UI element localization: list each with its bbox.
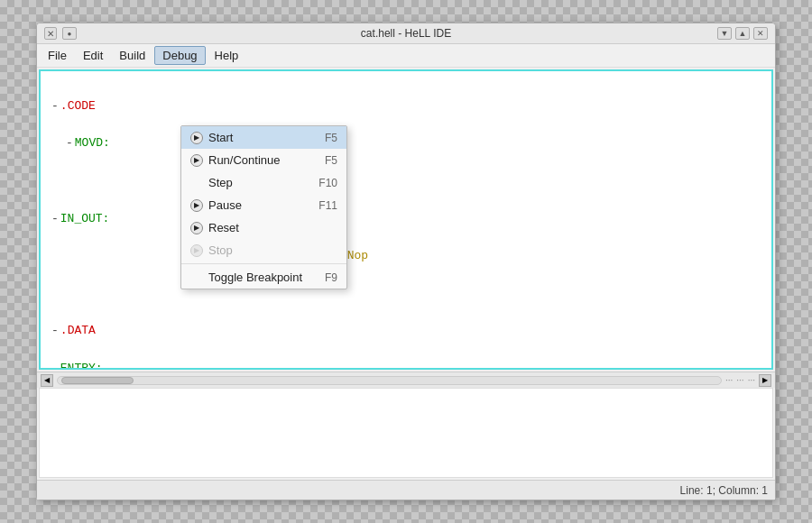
menu-item-stop-label: Stop (208, 243, 233, 257)
run-icon: ▶ (190, 154, 203, 167)
main-content: -.CODE -MOVD: -IN_OUT: Nop/Nop/Nop/Nop -… (37, 68, 775, 480)
menu-item-run-label: Run/Continue (208, 153, 281, 167)
title-bar-right: ▼ ▲ ✕ (717, 27, 768, 40)
collapse-btn-7[interactable]: - (51, 322, 59, 341)
menu-item-toggle-shortcut: F9 (325, 271, 337, 284)
stop-icon: ▶ (190, 244, 203, 257)
menu-item-start-shortcut: F5 (325, 132, 337, 144)
code-line-1: -.CODE (51, 97, 761, 116)
restore-button[interactable]: ▼ (717, 27, 732, 40)
title-bar: ✕ ● cat.hell - HeLL IDE ▼ ▲ ✕ (37, 23, 775, 44)
pause-icon: ▶ (190, 199, 203, 212)
app-background: ✕ ● cat.hell - HeLL IDE ▼ ▲ ✕ File Edit … (0, 0, 812, 523)
menu-item-pause[interactable]: ▶ Pause F11 (181, 194, 346, 216)
scroll-thumb[interactable] (61, 377, 134, 384)
menu-debug[interactable]: Debug (154, 46, 205, 65)
menu-build[interactable]: Build (112, 47, 152, 64)
collapse-btn-2[interactable]: - (66, 134, 73, 153)
code-line-2: -MOVD: (51, 134, 761, 153)
code-line-5: Nop/Nop/Nop/Nop (51, 247, 761, 266)
menu-item-start-label: Start (208, 131, 233, 144)
window-close-button[interactable]: ✕ (753, 27, 768, 40)
code-line-4: -IN_OUT: (51, 210, 761, 229)
code-label-entry: ENTRY: (60, 360, 103, 370)
menu-separator (181, 263, 346, 264)
debug-dropdown: ▶ Start F5 ▶ Run/Continue F5 (180, 125, 347, 289)
menu-item-start-left: ▶ Start (190, 131, 233, 144)
collapse-btn-8[interactable]: - (51, 360, 59, 370)
menu-item-reset[interactable]: ▶ Reset (181, 216, 346, 239)
title-bar-left: ✕ ● (44, 27, 77, 40)
collapse-btn-4[interactable]: - (51, 210, 59, 229)
horizontal-scrollbar: ◀ ··· ··· ··· ▶ (37, 372, 775, 388)
bottom-panel (39, 388, 773, 478)
menu-item-start[interactable]: ▶ Start F5 (181, 126, 346, 149)
scroll-right-button[interactable]: ▶ (759, 374, 771, 387)
code-label-movd: MOVD: (75, 134, 110, 153)
menu-item-stop-left: ▶ Stop (190, 243, 233, 257)
scroll-track[interactable] (57, 376, 722, 385)
status-bar: Line: 1; Column: 1 (37, 480, 775, 500)
menu-item-run-continue[interactable]: ▶ Run/Continue F5 (181, 149, 346, 171)
menu-item-pause-shortcut: F11 (318, 199, 337, 212)
menu-item-toggle-breakpoint[interactable]: Toggle Breakpoint F9 (181, 266, 346, 289)
ide-window: ✕ ● cat.hell - HeLL IDE ▼ ▲ ✕ File Edit … (36, 23, 776, 500)
code-section-label: . (60, 97, 68, 116)
menu-edit[interactable]: Edit (76, 47, 110, 64)
menu-item-pause-left: ▶ Pause (190, 198, 242, 212)
menu-item-run-left: ▶ Run/Continue (190, 153, 281, 167)
code-section-data: . (60, 322, 68, 341)
menu-item-run-shortcut: F5 (325, 154, 337, 167)
menu-item-pause-label: Pause (208, 198, 242, 212)
menu-item-toggle-label: Toggle Breakpoint (208, 271, 302, 284)
code-keyword-data: DATA (68, 322, 96, 341)
menu-item-reset-label: Reset (208, 221, 239, 234)
window-title: cat.hell - HeLL IDE (361, 27, 451, 40)
code-line-8: -ENTRY: (51, 360, 761, 370)
menu-help[interactable]: Help (208, 47, 246, 64)
menu-file[interactable]: File (41, 47, 74, 64)
scroll-dots: ··· ··· ··· (725, 375, 755, 385)
code-label-inout: IN_OUT: (60, 210, 110, 229)
menu-item-toggle-left: Toggle Breakpoint (190, 271, 302, 284)
close-button[interactable]: ✕ (44, 27, 57, 40)
maximize-button[interactable]: ▲ (735, 27, 750, 40)
code-line-6 (51, 285, 761, 304)
menu-item-step-left: Step (190, 176, 233, 189)
menu-item-step-shortcut: F10 (318, 177, 337, 189)
code-line-7: -.DATA (51, 322, 761, 341)
minimize-button[interactable]: ● (62, 27, 77, 40)
reset-icon: ▶ (190, 222, 203, 234)
menu-item-stop[interactable]: ▶ Stop (181, 239, 346, 262)
editor-content: -.CODE -MOVD: -IN_OUT: Nop/Nop/Nop/Nop -… (41, 71, 771, 370)
scroll-left-button[interactable]: ◀ (41, 374, 53, 387)
menu-item-step-label: Step (208, 176, 233, 189)
menu-bar: File Edit Build Debug Help (37, 44, 775, 68)
menu-item-reset-left: ▶ Reset (190, 221, 239, 234)
menu-item-step[interactable]: Step F10 (181, 171, 346, 194)
code-line-3 (51, 172, 761, 191)
collapse-btn-1[interactable]: - (51, 97, 59, 116)
code-keyword-code: CODE (68, 97, 96, 116)
start-icon: ▶ (190, 132, 203, 144)
editor-container[interactable]: -.CODE -MOVD: -IN_OUT: Nop/Nop/Nop/Nop -… (39, 69, 773, 370)
status-text: Line: 1; Column: 1 (680, 484, 768, 497)
